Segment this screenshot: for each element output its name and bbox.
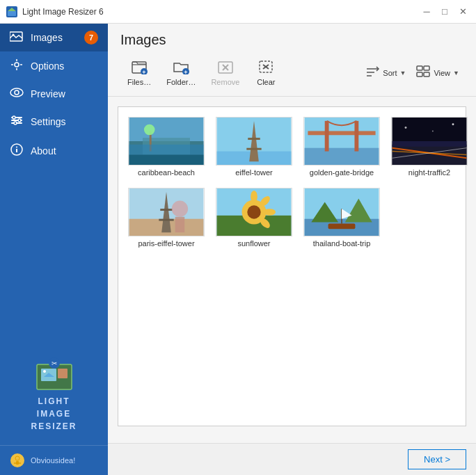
- settings-label: Settings: [31, 116, 98, 127]
- image-name: caribbean-beach: [138, 168, 195, 177]
- svg-rect-84: [175, 217, 185, 232]
- svg-point-20: [16, 147, 17, 148]
- image-name: paris-eiffel-tower: [138, 239, 194, 248]
- folder-label: Folder…: [166, 78, 196, 86]
- svg-point-11: [15, 90, 19, 95]
- svg-rect-1: [8, 11, 16, 16]
- sidebar-footer: Obviousidea!: [0, 445, 108, 475]
- sidebar-item-preview[interactable]: Preview: [0, 81, 108, 107]
- clear-button[interactable]: Clear: [248, 56, 284, 89]
- svg-point-89: [251, 191, 257, 202]
- svg-rect-62: [248, 138, 260, 140]
- sidebar-nav: Images 7 Options: [0, 24, 108, 342]
- sunflower-thumb: [216, 188, 292, 236]
- close-button[interactable]: ✕: [455, 4, 470, 19]
- about-label: About: [31, 145, 98, 156]
- view-icon: [415, 65, 431, 81]
- images-grid: caribbean-beach eiffel-tower: [128, 117, 456, 248]
- svg-rect-51: [424, 72, 429, 77]
- toolbar: + Files… + Folder…: [120, 54, 463, 92]
- main-header: Images + Files…: [108, 24, 476, 97]
- minimize-button[interactable]: ─: [419, 4, 434, 19]
- svg-point-17: [14, 122, 17, 124]
- settings-icon: [10, 114, 24, 129]
- view-button[interactable]: View ▼: [411, 62, 463, 84]
- svg-rect-67: [325, 121, 329, 152]
- list-item[interactable]: golden-gate-bridge: [303, 117, 380, 177]
- svg-point-76: [452, 123, 454, 125]
- toolbar-right: Sort ▼ View ▼: [360, 62, 463, 84]
- list-item[interactable]: thailand-boat-trip: [303, 188, 380, 248]
- golden-gate-bridge-thumb: [303, 117, 380, 166]
- next-button[interactable]: Next >: [408, 449, 466, 469]
- app-icon: [6, 6, 18, 18]
- svg-point-74: [405, 127, 407, 129]
- files-button[interactable]: + Files…: [120, 56, 158, 89]
- sidebar: Images 7 Options: [0, 24, 108, 475]
- svg-point-83: [172, 200, 188, 216]
- sidebar-logo: ✂ LIGHT IMAGE RESIZER: [0, 342, 108, 445]
- list-item[interactable]: paris-eiffel-tower: [128, 188, 205, 248]
- window-title: Light Image Resizer 6: [22, 7, 419, 17]
- files-icon: +: [131, 59, 148, 77]
- about-icon: [10, 143, 24, 159]
- images-label: Images: [31, 32, 77, 43]
- night-traffic2-thumb: [391, 117, 468, 166]
- svg-rect-58: [129, 145, 204, 155]
- svg-point-16: [18, 119, 21, 122]
- sidebar-item-options[interactable]: Options: [0, 51, 108, 81]
- svg-rect-66: [308, 131, 375, 135]
- obviousidea-icon: [10, 453, 25, 468]
- image-name: thailand-boat-trip: [313, 239, 371, 248]
- bottom-bar: Next >: [108, 443, 476, 475]
- svg-rect-63: [246, 148, 261, 150]
- svg-point-10: [10, 88, 23, 97]
- svg-rect-31: [16, 461, 19, 465]
- logo-text: LIGHT IMAGE RESIZER: [31, 395, 77, 433]
- thailand-boat-trip-thumb: [303, 188, 380, 236]
- svg-point-15: [13, 116, 15, 119]
- list-item[interactable]: caribbean-beach: [128, 117, 205, 177]
- view-label: View: [434, 69, 450, 77]
- svg-text:✂: ✂: [51, 360, 57, 367]
- sidebar-item-images[interactable]: Images 7: [0, 24, 108, 51]
- paris-eiffel-tower-thumb: [128, 188, 205, 236]
- options-label: Options: [31, 61, 98, 72]
- svg-rect-50: [417, 72, 422, 77]
- sidebar-item-about[interactable]: About: [0, 136, 108, 166]
- sort-label: Sort: [383, 69, 397, 77]
- svg-point-56: [144, 124, 155, 136]
- brand-label: Obviousidea!: [31, 456, 75, 465]
- images-icon: [10, 31, 24, 45]
- svg-point-5: [15, 63, 19, 67]
- maximize-button[interactable]: □: [437, 4, 452, 19]
- svg-rect-48: [417, 66, 422, 70]
- svg-text:+: +: [142, 69, 145, 75]
- list-item[interactable]: sunflower: [216, 188, 292, 248]
- folder-button[interactable]: + Folder…: [159, 56, 203, 89]
- images-area: caribbean-beach eiffel-tower: [108, 97, 476, 443]
- app-body: Images 7 Options: [0, 24, 476, 475]
- preview-icon: [10, 88, 24, 100]
- remove-button[interactable]: Remove: [204, 56, 246, 89]
- view-dropdown-arrow: ▼: [453, 70, 459, 77]
- folder-icon: +: [173, 59, 189, 77]
- image-name: golden-gate-bridge: [310, 168, 374, 177]
- list-item[interactable]: eiffel-tower: [216, 117, 292, 177]
- svg-rect-65: [305, 148, 379, 165]
- svg-point-4: [13, 34, 15, 36]
- options-icon: [10, 58, 24, 74]
- logo-graphic: ✂: [34, 355, 74, 395]
- svg-point-30: [15, 456, 19, 460]
- window-controls: ─ □ ✕: [419, 4, 470, 19]
- image-name: eiffel-tower: [235, 168, 273, 177]
- svg-rect-77: [392, 141, 467, 147]
- page-title: Images: [120, 32, 463, 48]
- images-grid-container: caribbean-beach eiffel-tower: [118, 106, 466, 426]
- main-content: Images + Files…: [108, 24, 476, 475]
- sort-button[interactable]: Sort ▼: [360, 62, 410, 84]
- clear-icon: [257, 59, 274, 77]
- list-item[interactable]: night-traffic2: [391, 117, 468, 177]
- sidebar-item-settings[interactable]: Settings: [0, 107, 108, 136]
- eiffel-tower-thumb: [216, 117, 292, 166]
